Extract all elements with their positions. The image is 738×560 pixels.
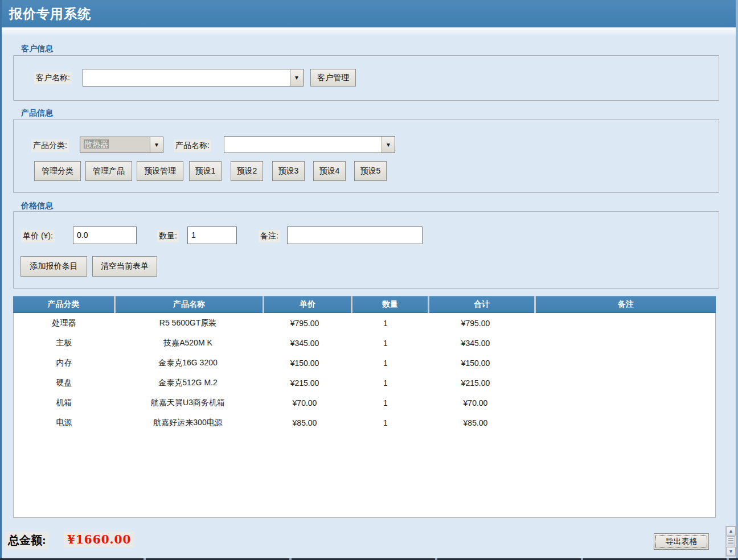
remark-input[interactable]: [287, 227, 423, 244]
column-header-product[interactable]: 产品名称: [116, 296, 263, 313]
column-header-quantity[interactable]: 数量: [352, 296, 428, 313]
column-header-subtotal[interactable]: 合计: [429, 296, 534, 313]
table-header-row: 产品分类 产品名称 单价 数量 合计 备注: [13, 296, 716, 313]
export-table-button[interactable]: 导出表格: [654, 533, 709, 550]
customer-name-value[interactable]: [83, 69, 290, 86]
column-header-unit-price[interactable]: 单价: [264, 296, 351, 313]
customer-name-combobox[interactable]: ▼: [83, 69, 304, 87]
price-section-title: 价格信息: [21, 201, 53, 211]
preset-1-button[interactable]: 预设1: [189, 161, 222, 181]
selected-category-text: 散热器: [84, 139, 109, 149]
unit-price-input[interactable]: 0.0: [73, 227, 137, 244]
column-header-remark[interactable]: 备注: [536, 296, 716, 313]
scroll-up-button[interactable]: ▲: [726, 526, 736, 536]
table-row[interactable]: 主板 技嘉A520M K ¥345.00 1 ¥345.00: [14, 333, 715, 353]
scroll-down-icon: ▼: [728, 549, 733, 554]
price-groupbox: [13, 211, 719, 289]
customer-name-label: 客户名称:: [34, 72, 72, 84]
table-row[interactable]: 机箱 航嘉天翼U3商务机箱 ¥70.00 1 ¥70.00: [14, 393, 715, 413]
product-name-combobox[interactable]: ▼: [224, 136, 395, 153]
chevron-down-icon: ▼: [294, 75, 300, 81]
customer-name-dropdown-button[interactable]: ▼: [290, 69, 303, 86]
quote-table: 产品分类 产品名称 单价 数量 合计 备注 处理器 R5 5600GT原装 ¥7…: [13, 296, 716, 518]
product-category-dropdown-button[interactable]: ▼: [150, 137, 163, 153]
product-name-dropdown-button[interactable]: ▼: [382, 137, 395, 153]
preset-3-button[interactable]: 预设3: [272, 161, 305, 181]
product-groupbox: [13, 119, 719, 193]
preset-manage-button[interactable]: 预设管理: [137, 161, 183, 181]
manage-category-button[interactable]: 管理分类: [34, 161, 81, 181]
clear-form-button[interactable]: 清空当前表单: [92, 256, 157, 277]
total-amount-value: ¥1660.00: [64, 532, 134, 547]
scrollbar-thumb[interactable]: [727, 536, 735, 546]
table-body: 处理器 R5 5600GT原装 ¥795.00 1 ¥795.00 主板 技嘉A…: [13, 313, 716, 518]
product-name-label: 产品名称:: [174, 139, 211, 152]
app-title: 报价专用系统: [0, 0, 738, 23]
vertical-scrollbar[interactable]: ▲ ▼: [725, 526, 736, 557]
table-row[interactable]: 内存 金泰克16G 3200 ¥150.00 1 ¥150.00: [14, 353, 715, 373]
preset-5-button[interactable]: 预设5: [354, 161, 387, 181]
preset-2-button[interactable]: 预设2: [231, 161, 263, 181]
customer-section-title: 客户信息: [21, 44, 53, 54]
window-border-left: [0, 0, 2, 560]
table-row[interactable]: 硬盘 金泰克512G M.2 ¥215.00 1 ¥215.00: [14, 373, 715, 393]
column-header-category[interactable]: 产品分类: [13, 296, 114, 313]
manage-product-button[interactable]: 管理产品: [85, 161, 132, 181]
add-quote-item-button[interactable]: 添加报价条目: [20, 256, 87, 277]
chevron-down-icon: ▼: [154, 142, 159, 148]
chevron-down-icon: ▼: [386, 142, 391, 148]
quantity-input[interactable]: 1: [187, 227, 237, 244]
product-category-value[interactable]: 散热器: [80, 137, 150, 153]
product-section-title: 产品信息: [21, 108, 53, 118]
header-gradient: [0, 28, 738, 36]
total-amount-label: 总金额:: [6, 532, 48, 549]
scroll-up-icon: ▲: [728, 528, 733, 534]
quantity-label: 数量:: [157, 230, 179, 242]
unit-price-label: 单价 (¥):: [21, 230, 55, 242]
remark-label: 备注:: [259, 230, 280, 242]
product-name-value[interactable]: [224, 137, 382, 153]
window-border-right: [736, 0, 738, 560]
product-category-label: 产品分类:: [31, 139, 69, 152]
title-bar: 报价专用系统: [0, 0, 738, 27]
product-category-combobox[interactable]: 散热器 ▼: [80, 137, 163, 153]
customer-manage-button[interactable]: 客户管理: [310, 69, 356, 87]
table-row[interactable]: 电源 航嘉好运来300电源 ¥85.00 1 ¥85.00: [14, 413, 715, 433]
quotation-app-window: 报价专用系统 客户信息 客户名称: ▼ 客户管理 产品信息 产品分类: 散热器 …: [0, 0, 738, 560]
preset-4-button[interactable]: 预设4: [313, 161, 346, 181]
table-row[interactable]: 处理器 R5 5600GT原装 ¥795.00 1 ¥795.00: [14, 313, 715, 333]
scroll-down-button[interactable]: ▼: [726, 547, 736, 556]
